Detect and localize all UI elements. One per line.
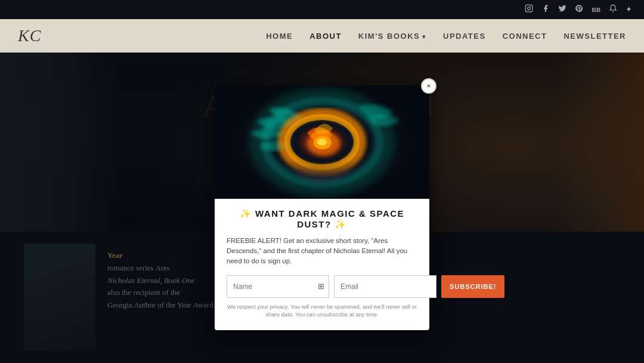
nav-updates[interactable]: UPDATES (443, 32, 486, 41)
email-input[interactable] (334, 275, 436, 298)
modal-form: ⊞ SUBSCRIBE! (227, 275, 417, 298)
nav-about[interactable]: ABOUT (309, 32, 342, 41)
nav-connect[interactable]: CONNECT (503, 32, 547, 41)
nav-books[interactable]: KIM'S BOOKS (358, 32, 426, 41)
top-social-bar: BB ✦ (0, 0, 644, 19)
main-navigation: KC HOME ABOUT KIM'S BOOKS UPDATES CONNEC… (0, 19, 644, 53)
name-input-wrapper: ⊞ (227, 275, 329, 298)
svg-point-11 (317, 139, 327, 146)
instagram-icon[interactable] (525, 4, 533, 15)
site-logo[interactable]: KC (18, 26, 41, 45)
modal-close-button[interactable]: × (421, 78, 436, 94)
subscribe-button[interactable]: SUBSCRIBE! (441, 275, 504, 298)
sparkle-icon[interactable]: ✦ (626, 5, 632, 14)
hero-svg (215, 85, 429, 199)
svg-point-2 (531, 6, 531, 7)
newsletter-modal: × (215, 85, 429, 330)
modal-description: FREEBIE ALERT! Get an exclusive short st… (227, 236, 417, 267)
bb-icon[interactable]: BB (592, 6, 600, 13)
svg-point-1 (528, 7, 531, 10)
facebook-icon[interactable] (541, 4, 550, 15)
bell-icon[interactable] (609, 4, 617, 15)
nav-newsletter[interactable]: NEWSLETTER (564, 32, 626, 41)
pinterest-icon[interactable] (575, 4, 583, 15)
modal-body: ✨ WANT DARK MAGIC & SPACE DUST? ✨ FREEBI… (215, 199, 429, 318)
modal-headline: ✨ WANT DARK MAGIC & SPACE DUST? ✨ (227, 208, 417, 230)
name-input[interactable] (227, 275, 329, 298)
twitter-icon[interactable] (558, 4, 566, 15)
svg-rect-0 (525, 5, 532, 12)
nav-home[interactable]: HOME (266, 32, 293, 41)
modal-overlay: × (0, 53, 644, 363)
nav-links-list: HOME ABOUT KIM'S BOOKS UPDATES CONNECT N… (266, 30, 626, 41)
privacy-text: We respect your privacy. You will never … (227, 303, 417, 319)
modal-hero-image (215, 85, 429, 199)
